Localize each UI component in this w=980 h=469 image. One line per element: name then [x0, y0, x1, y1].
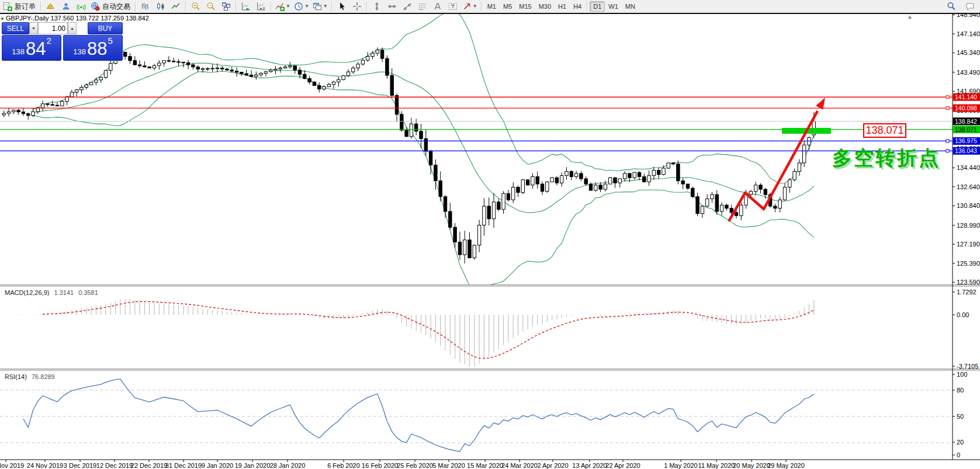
sell-button[interactable]: SELL	[2, 22, 29, 34]
indicators-list-button[interactable]: ▼	[273, 0, 292, 13]
toolbar-right-icons	[944, 0, 980, 13]
svg-text:130.840: 130.840	[957, 202, 980, 209]
svg-text:3 Dec 2019: 3 Dec 2019	[64, 462, 96, 469]
svg-text:15 Mar 2020: 15 Mar 2020	[467, 462, 503, 469]
chart-canvas[interactable]: 148.940147.140145.340143.490141.690139.8…	[0, 13, 980, 469]
dropdown-arrow-icon[interactable]: ▼	[304, 4, 309, 9]
new-order-icon	[3, 2, 12, 11]
svg-text:141.140: 141.140	[955, 93, 977, 100]
svg-text:-3.7105: -3.7105	[957, 363, 978, 370]
svg-text:5 Mar 2020: 5 Mar 2020	[432, 462, 465, 469]
line-chart-mode-icon	[171, 2, 181, 11]
candlestick-mode-icon	[156, 2, 165, 11]
toolbar-separator	[481, 2, 482, 11]
volume-increase-button[interactable]: ▲	[68, 22, 77, 34]
fibonacci-tool-icon	[418, 2, 427, 11]
horizontal-line-tool-button[interactable]	[385, 0, 400, 13]
dropdown-arrow-icon[interactable]: ▼	[323, 4, 328, 9]
vertical-line-tool-button[interactable]	[369, 0, 385, 13]
svg-text:136.043: 136.043	[955, 147, 977, 154]
community-icon	[61, 2, 71, 11]
timeframe-m1-button[interactable]: M1	[484, 1, 500, 12]
vertical-line-tool-icon	[372, 2, 382, 11]
crosshair-tool-button[interactable]	[349, 0, 365, 13]
svg-text:19 Jan 2020: 19 Jan 2020	[235, 462, 271, 469]
turning-point-annotation[interactable]: 多空转折点	[832, 145, 940, 172]
volume-input[interactable]: 1.00	[38, 22, 68, 34]
dropdown-arrow-icon[interactable]: ▼	[473, 4, 477, 9]
sell-price-display[interactable]: 138 84 2	[2, 35, 61, 61]
market-signals-button[interactable]	[74, 0, 89, 13]
deposit-button[interactable]	[43, 0, 58, 13]
svg-text:24 Nov 2019: 24 Nov 2019	[27, 462, 63, 469]
svg-text:125.390: 125.390	[957, 260, 980, 267]
zoom-out-icon	[206, 2, 216, 11]
periods-button[interactable]: ▼	[292, 0, 311, 13]
timeframe-h1-button[interactable]: H1	[555, 1, 570, 12]
price-level-callout[interactable]: 138.071	[863, 123, 906, 138]
market-signals-icon	[77, 2, 86, 11]
svg-text:1.7292: 1.7292	[957, 289, 976, 296]
scroll-to-end-icon[interactable]: ▲	[907, 13, 913, 20]
volume-decrease-button[interactable]: ▼	[29, 22, 38, 34]
timeframe-m15-button[interactable]: M15	[515, 1, 535, 12]
text-tool-button[interactable]	[430, 0, 445, 13]
svg-text:148.940: 148.940	[957, 13, 980, 18]
svg-text:16 Feb 2020: 16 Feb 2020	[362, 462, 398, 469]
auto-trading-label: 自动交易	[101, 2, 131, 12]
timeframe-h4-button[interactable]: H4	[570, 1, 585, 12]
timeframe-m5-button[interactable]: M5	[500, 1, 515, 12]
svg-text:25 Feb 2020: 25 Feb 2020	[397, 462, 433, 469]
templates-icon	[313, 2, 322, 11]
zoom-in-button[interactable]	[188, 0, 203, 13]
timeframe-m30-button[interactable]: M30	[535, 1, 555, 12]
svg-text:13 Apr 2020: 13 Apr 2020	[572, 462, 607, 469]
svg-text:31 Dec 2019: 31 Dec 2019	[165, 462, 202, 469]
search-button[interactable]	[944, 0, 959, 13]
templates-button[interactable]: ▼	[311, 0, 330, 13]
new-order-label: 新订单	[13, 2, 37, 12]
timeframe-mn-button[interactable]: MN	[622, 1, 639, 12]
cursor-tool-button[interactable]	[334, 0, 349, 13]
candlestick-mode-button[interactable]	[153, 0, 168, 13]
svg-text:132.640: 132.640	[957, 183, 980, 190]
svg-text:22 Apr 2020: 22 Apr 2020	[605, 462, 640, 469]
fibonacci-tool-button[interactable]	[415, 0, 430, 13]
buy-button[interactable]: BUY	[88, 22, 123, 34]
line-chart-mode-button[interactable]	[168, 0, 183, 13]
trend-line-tool-icon	[403, 2, 412, 11]
indicators-list-icon	[275, 2, 285, 11]
svg-text:20: 20	[957, 439, 964, 446]
crosshair-tool-icon	[352, 2, 362, 11]
symbol-ohlc-info: GBPJPY-,Daily 137.560 139.722 137.259 13…	[6, 15, 149, 22]
zoom-out-button[interactable]	[203, 0, 219, 13]
trend-line-tool-button[interactable]	[400, 0, 415, 13]
timeframe-d1-button[interactable]: D1	[590, 1, 605, 12]
dropdown-arrow-icon[interactable]: ▼	[286, 4, 290, 9]
buy-price-display[interactable]: 138 88 5	[63, 35, 123, 61]
svg-text:100: 100	[957, 371, 967, 378]
macd-name: MACD(12,26,9)	[5, 289, 49, 296]
toolbar-separator	[40, 2, 41, 11]
chat-button[interactable]	[962, 0, 978, 13]
tile-windows-button[interactable]	[219, 0, 234, 13]
auto-trading-button[interactable]: 自动交易	[89, 0, 133, 13]
search-icon	[947, 2, 956, 11]
main-toolbar: 新订单自动交易▼▼▼▼M1M5M15M30H1H4D1W1MN	[0, 0, 980, 13]
zoom-in-icon	[191, 2, 200, 11]
svg-text:134.440: 134.440	[957, 164, 980, 171]
timeframe-w1-button[interactable]: W1	[605, 1, 622, 12]
rsi-indicator-label: RSI(14) 76.8289	[5, 373, 55, 380]
arrow-tools-button[interactable]: ▼	[460, 0, 479, 13]
bar-chart-mode-button[interactable]	[138, 0, 153, 13]
community-button[interactable]	[58, 0, 74, 13]
text-label-tool-button[interactable]	[445, 0, 460, 13]
cursor-tool-icon	[337, 2, 347, 11]
rsi-value: 76.8289	[32, 373, 55, 380]
svg-text:6 Feb 2020: 6 Feb 2020	[327, 462, 360, 469]
svg-text:22 Dec 2019: 22 Dec 2019	[131, 462, 167, 469]
chart-shift-button[interactable]	[254, 0, 269, 13]
new-order-button[interactable]: 新订单	[1, 0, 39, 13]
auto-scroll-button[interactable]	[238, 0, 254, 13]
deposit-icon	[46, 2, 56, 11]
